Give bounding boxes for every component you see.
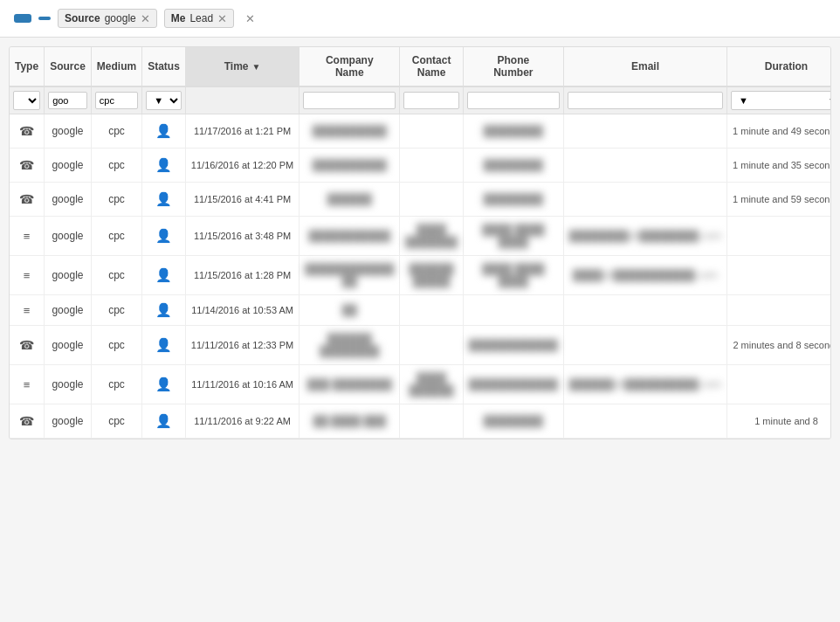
cell-company: ███ ████████ [300, 365, 400, 404]
cell-company: ████████████ ██ [300, 256, 400, 295]
cell-type: ≡ [10, 256, 45, 295]
cell-phone: ████████ [463, 183, 563, 217]
table-row: ≡googlecpc👤11/11/2016 at 10:16 AM███ ███… [10, 365, 831, 404]
cell-medium: cpc [91, 149, 141, 183]
cell-phone: ████ ████ ████ [463, 256, 563, 295]
cell-email [563, 295, 726, 326]
source-filter-input[interactable] [48, 92, 87, 109]
cell-medium: cpc [91, 183, 141, 217]
cell-status: 👤 [142, 183, 186, 217]
cell-time: 11/15/2016 at 3:48 PM [185, 217, 299, 256]
person-icon: 👤 [155, 337, 172, 352]
form-icon: ≡ [24, 378, 31, 391]
cell-time: 11/11/2016 at 9:22 AM [185, 404, 299, 439]
person-icon: 👤 [155, 123, 172, 138]
cell-source: google [45, 183, 92, 217]
cell-source: google [45, 114, 92, 149]
form-icon: ≡ [24, 230, 31, 243]
person-icon: 👤 [155, 413, 172, 428]
phone-icon: ☎ [19, 158, 34, 172]
phone-icon: ☎ [19, 338, 34, 352]
me-tag-label: Me [171, 12, 186, 24]
cell-source: google [45, 149, 92, 183]
phone-icon: ☎ [19, 124, 34, 138]
filters-button[interactable] [14, 14, 31, 23]
cell-contact [400, 114, 464, 149]
filter-time [185, 86, 299, 114]
filter-phone[interactable] [463, 86, 563, 114]
cell-company: ██████████ [300, 114, 400, 149]
duration-value: 1 minute and 8 [754, 416, 818, 426]
filter-duration[interactable]: ▼ [727, 86, 831, 114]
cell-type: ☎ [10, 183, 45, 217]
status-filter-select[interactable]: ▼ [146, 91, 182, 110]
cell-type: ≡ [10, 295, 45, 326]
cell-company: ██████ ████████ [300, 326, 400, 365]
cell-type: ≡ [10, 365, 45, 404]
email-value: ████@███████████.com [573, 269, 718, 281]
cell-source: google [45, 217, 92, 256]
filter-source[interactable] [45, 86, 92, 114]
clear-all-close-icon: ✕ [245, 12, 255, 25]
duration-filter-select[interactable]: ▼ [731, 91, 831, 110]
phone-value: ████████ [484, 193, 543, 205]
col-source: Source [45, 47, 92, 86]
cell-medium: cpc [91, 256, 141, 295]
filter-email[interactable] [563, 86, 726, 114]
source-tag-close[interactable]: ✕ [141, 13, 150, 24]
company-value: ██████ ████████ [320, 333, 379, 357]
email-value: ████████@████████.com [569, 230, 721, 242]
cell-contact [400, 183, 464, 217]
contact-filter-input[interactable] [403, 92, 459, 109]
cell-source: google [45, 295, 92, 326]
phone-value: ████████████ [469, 339, 558, 351]
cell-contact [400, 295, 464, 326]
cell-duration [727, 217, 831, 256]
filter-contact[interactable] [400, 86, 464, 114]
me-tag-close[interactable]: ✕ [217, 13, 227, 24]
company-value: ████████████ ██ [305, 263, 394, 287]
phone-filter-input[interactable] [467, 92, 560, 109]
cell-company: ██████████ [300, 149, 400, 183]
phone-value: ████████ [484, 125, 543, 137]
person-icon: 👤 [155, 302, 172, 317]
cell-medium: cpc [91, 217, 141, 256]
cell-email [563, 404, 726, 439]
email-filter-input[interactable] [568, 92, 723, 109]
filter-status[interactable]: ▼ [142, 86, 186, 114]
filter-medium[interactable] [91, 86, 141, 114]
table-header-row: Type Source Medium Status Time ▼ Company… [10, 47, 831, 86]
table-row: ≡googlecpc👤11/14/2016 at 10:53 AM██👁 [10, 295, 831, 326]
col-time[interactable]: Time ▼ [185, 47, 299, 86]
medium-filter-input[interactable] [95, 92, 138, 109]
col-type: Type [10, 47, 45, 86]
table-row: ☎googlecpc👤11/15/2016 at 4:41 PM████████… [10, 183, 831, 217]
cell-phone: ████████████ [463, 326, 563, 365]
phone-icon: ☎ [19, 414, 34, 428]
type-filter-select[interactable]: ▼ [13, 91, 40, 110]
cell-phone: ████ ████ ████ [463, 217, 563, 256]
filter-type[interactable]: ▼ [10, 86, 45, 114]
cell-type: ☎ [10, 326, 45, 365]
phone-value: ████ ████ ████ [482, 263, 544, 287]
clear-all-button[interactable]: ✕ [241, 12, 255, 25]
table-body: ☎googlecpc👤11/17/2016 at 1:21 PM████████… [10, 114, 831, 439]
me-tag-value: Lead [189, 12, 213, 24]
cell-duration: 1 minute and 49 seconds [727, 114, 831, 149]
cell-contact [400, 326, 464, 365]
filter-company[interactable] [300, 86, 400, 114]
filter-bar: Source google ✕ Me Lead ✕ ✕ [0, 0, 840, 38]
person-icon: 👤 [155, 228, 172, 243]
col-medium: Medium [91, 47, 141, 86]
person-icon: 👤 [155, 267, 172, 282]
cell-contact: ██████ █████ [400, 256, 464, 295]
col-company-name: CompanyName [300, 47, 400, 86]
table-row: ☎googlecpc👤11/11/2016 at 12:33 PM██████ … [10, 326, 831, 365]
phone-value: ████████████ [469, 378, 558, 390]
cell-time: 11/14/2016 at 10:53 AM [185, 295, 299, 326]
company-filter-input[interactable] [303, 92, 396, 109]
cell-medium: cpc [91, 295, 141, 326]
cell-type: ≡ [10, 217, 45, 256]
cell-status: 👤 [142, 256, 186, 295]
cell-medium: cpc [91, 365, 141, 404]
